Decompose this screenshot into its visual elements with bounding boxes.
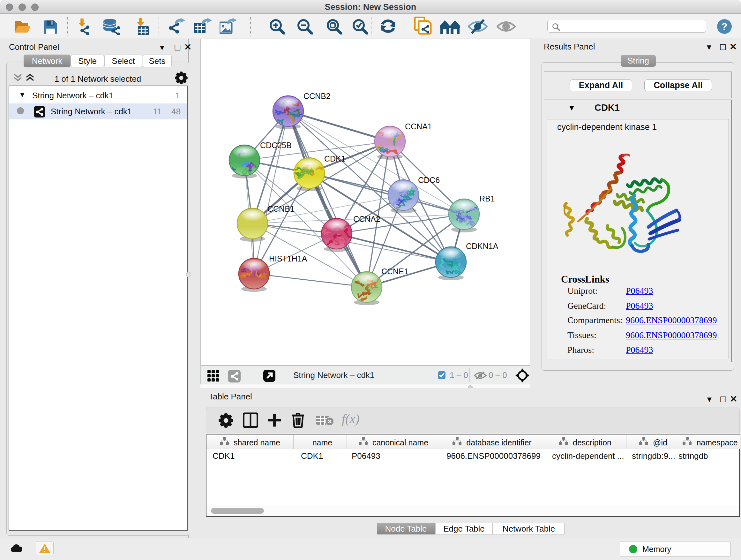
svg-text:CCNA1: CCNA1: [405, 122, 432, 131]
svg-text:HIST1H1A: HIST1H1A: [269, 254, 307, 263]
svg-text:CDKN1A: CDKN1A: [466, 242, 498, 251]
svg-text:CCNE1: CCNE1: [381, 267, 408, 276]
svg-text:CCNB2: CCNB2: [304, 91, 331, 101]
svg-text:CDC6: CDC6: [418, 176, 440, 185]
svg-text:RB1: RB1: [479, 194, 495, 203]
svg-text:CDK1: CDK1: [324, 154, 346, 163]
svg-text:CCNA2: CCNA2: [353, 214, 381, 224]
svg-text:CDC25B: CDC25B: [260, 141, 292, 150]
svg-text:CCNB1: CCNB1: [267, 204, 294, 213]
